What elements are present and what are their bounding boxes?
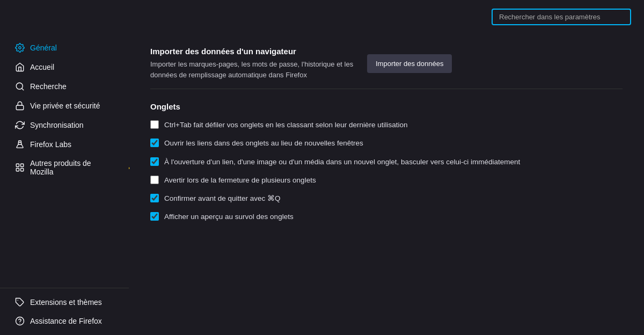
help-icon	[15, 316, 25, 326]
svg-point-0	[19, 47, 21, 49]
checkbox-afficher-apercu: Afficher un aperçu au survol des onglets	[150, 212, 623, 222]
import-button[interactable]: Importer des données	[367, 54, 452, 73]
sidebar-item-label-general: Général	[30, 43, 57, 52]
sidebar-item-label-assistance: Assistance de Firefox	[30, 317, 102, 325]
sidebar-item-label-autres-produits: Autres produits de Mozilla	[30, 159, 116, 176]
sidebar-item-label-recherche: Recherche	[30, 82, 67, 91]
home-icon	[15, 62, 25, 72]
sidebar-item-label-vie-privee: Vie privée et sécurité	[30, 101, 100, 110]
checkbox-ouvrir-liens-label[interactable]: Ouvrir les liens dans des onglets au lie…	[164, 138, 363, 149]
checkbox-ctrl-tab-label[interactable]: Ctrl+Tab fait défiler vos onglets en les…	[164, 120, 408, 130]
sidebar-item-extensions[interactable]: Extensions et thèmes	[4, 293, 125, 311]
svg-rect-5	[16, 164, 19, 166]
extensions-icon	[15, 297, 25, 307]
svg-point-10	[16, 317, 24, 325]
labs-icon	[15, 140, 25, 149]
sidebar-item-label-synchronisation: Synchronisation	[30, 121, 84, 129]
sidebar-item-assistance[interactable]: Assistance de Firefox	[4, 312, 125, 330]
sidebar-item-general[interactable]: Général	[4, 39, 125, 57]
checkbox-confirmer-quitter: Confirmer avant de quitter avec ⌘Q	[150, 193, 623, 204]
svg-rect-8	[21, 169, 24, 171]
onglets-section: Onglets Ctrl+Tab fait défiler vos onglet…	[150, 102, 623, 223]
lock-icon	[15, 101, 25, 111]
sidebar: Général Accueil Recherche	[0, 34, 129, 335]
arrow-annotation: ➜	[129, 159, 130, 177]
svg-rect-6	[21, 164, 24, 166]
checkbox-ouverture-lien: ➜ À l'ouverture d'un lien, d'une image o…	[150, 157, 623, 168]
checkbox-ouvrir-liens-input[interactable]	[150, 139, 159, 147]
sidebar-bottom: Extensions et thèmes Assistance de Firef…	[0, 288, 129, 331]
sidebar-item-recherche[interactable]: Recherche	[4, 77, 125, 96]
checkbox-afficher-apercu-input[interactable]	[150, 212, 159, 221]
checkbox-afficher-apercu-label[interactable]: Afficher un aperçu au survol des onglets	[164, 212, 294, 222]
content-area: Importer des données d'un navigateur Imp…	[129, 34, 644, 335]
checkbox-ctrl-tab-input[interactable]	[150, 120, 159, 129]
sync-icon	[15, 120, 25, 130]
sidebar-item-label-extensions: Extensions et thèmes	[30, 298, 102, 307]
main-layout: Général Accueil Recherche	[0, 34, 644, 335]
checkbox-confirmer-quitter-input[interactable]	[150, 194, 159, 202]
checkbox-avertir-fermeture-label[interactable]: Avertir lors de la fermeture de plusieur…	[164, 175, 316, 186]
sidebar-item-accueil[interactable]: Accueil	[4, 58, 125, 76]
sidebar-item-label-accueil: Accueil	[30, 63, 54, 71]
import-title: Importer des données d'un navigateur	[150, 47, 354, 56]
import-description: Importer les marques-pages, les mots de …	[150, 59, 354, 80]
gear-icon	[15, 43, 25, 53]
top-bar	[0, 0, 644, 34]
checkbox-confirmer-quitter-label[interactable]: Confirmer avant de quitter avec ⌘Q	[164, 193, 281, 204]
checkbox-ouverture-lien-label[interactable]: À l'ouverture d'un lien, d'une image ou …	[164, 157, 520, 168]
sidebar-item-label-firefox-labs: Firefox Labs	[30, 140, 71, 149]
mozilla-icon	[15, 163, 25, 172]
checkbox-avertir-fermeture-input[interactable]	[150, 176, 159, 184]
search-icon	[15, 82, 25, 91]
sidebar-item-autres-produits[interactable]: Autres produits de Mozilla	[4, 155, 125, 180]
import-text: Importer des données d'un navigateur Imp…	[150, 47, 354, 80]
checkbox-ctrl-tab: Ctrl+Tab fait défiler vos onglets en les…	[150, 120, 623, 130]
onglets-title: Onglets	[150, 102, 623, 111]
sidebar-item-synchronisation[interactable]: Synchronisation	[4, 116, 125, 134]
svg-line-2	[21, 88, 23, 90]
svg-rect-7	[16, 169, 19, 171]
sidebar-item-vie-privee[interactable]: Vie privée et sécurité	[4, 97, 125, 115]
checkbox-ouvrir-liens: Ouvrir les liens dans des onglets au lie…	[150, 138, 623, 149]
checkbox-ouverture-lien-input[interactable]	[150, 157, 159, 166]
svg-rect-3	[16, 105, 24, 110]
import-section: Importer des données d'un navigateur Imp…	[150, 38, 623, 89]
search-input[interactable]	[492, 9, 631, 25]
sidebar-item-firefox-labs[interactable]: Firefox Labs	[4, 135, 125, 154]
checkbox-avertir-fermeture: Avertir lors de la fermeture de plusieur…	[150, 175, 623, 186]
